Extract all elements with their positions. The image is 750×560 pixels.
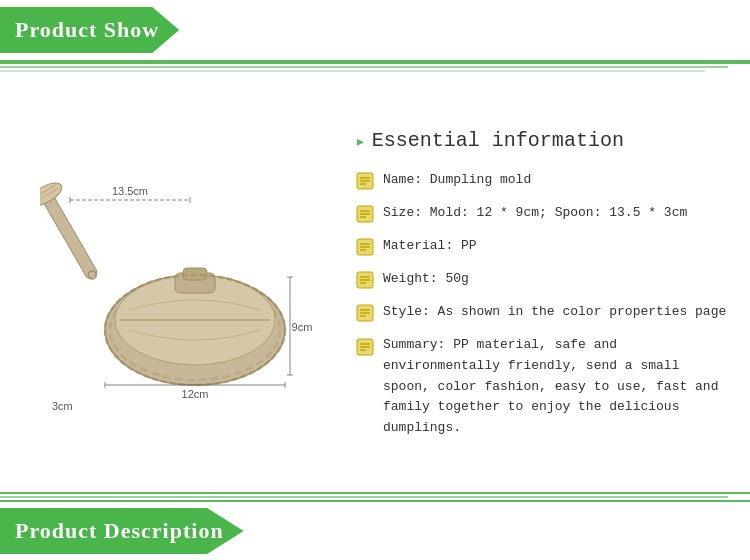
- material-text: Material: PP: [383, 236, 730, 256]
- info-row-weight: Weight: 50g: [355, 269, 730, 290]
- weight-text: Weight: 50g: [383, 269, 730, 289]
- deco-line-1: [0, 62, 750, 64]
- svg-rect-0: [43, 196, 98, 280]
- top-deco-lines: [0, 62, 750, 70]
- info-row-name: Name: Dumpling mold: [355, 170, 730, 191]
- info-row-summary: Summary: PP material, safe and environme…: [355, 335, 730, 439]
- summary-text: Summary: PP material, safe and environme…: [383, 335, 730, 439]
- info-icon-size: [355, 204, 375, 224]
- info-row-material: Material: PP: [355, 236, 730, 257]
- section-title-text: Essential information: [372, 129, 624, 152]
- name-text: Name: Dumpling mold: [383, 170, 730, 190]
- info-icon-style: [355, 303, 375, 323]
- bottom-banner: Product Description: [0, 500, 750, 560]
- product-svg: 13.5cm: [40, 135, 320, 435]
- info-icon-weight: [355, 270, 375, 290]
- info-row-size: Size: Mold: 12 * 9cm; Spoon: 13.5 * 3cm: [355, 203, 730, 224]
- section-title: ▸ Essential information: [355, 129, 730, 152]
- info-row-style: Style: As shown in the color properties …: [355, 302, 730, 323]
- svg-text:3cm: 3cm: [52, 400, 73, 412]
- top-banner: Product Show: [0, 0, 750, 62]
- deco-line-b2: [0, 496, 728, 498]
- product-image-section: 13.5cm: [20, 105, 340, 465]
- deco-line-2: [0, 66, 728, 68]
- svg-text:9cm: 9cm: [292, 321, 313, 333]
- bottom-banner-label: Product Description: [0, 508, 244, 554]
- deco-line-b1: [0, 492, 750, 494]
- title-arrow: ▸: [355, 130, 366, 152]
- size-text: Size: Mold: 12 * 9cm; Spoon: 13.5 * 3cm: [383, 203, 730, 223]
- style-text: Style: As shown in the color properties …: [383, 302, 730, 322]
- info-icon-summary: [355, 337, 375, 357]
- info-icon-material: [355, 237, 375, 257]
- main-content: 13.5cm: [0, 70, 750, 500]
- info-icon-name: [355, 171, 375, 191]
- bottom-deco-lines: [0, 492, 750, 500]
- top-banner-label: Product Show: [0, 7, 179, 53]
- product-illustration: 13.5cm: [40, 135, 320, 435]
- svg-text:12cm: 12cm: [182, 388, 209, 400]
- svg-text:13.5cm: 13.5cm: [112, 185, 148, 197]
- info-section: ▸ Essential information Name: Dumpling m…: [340, 119, 730, 451]
